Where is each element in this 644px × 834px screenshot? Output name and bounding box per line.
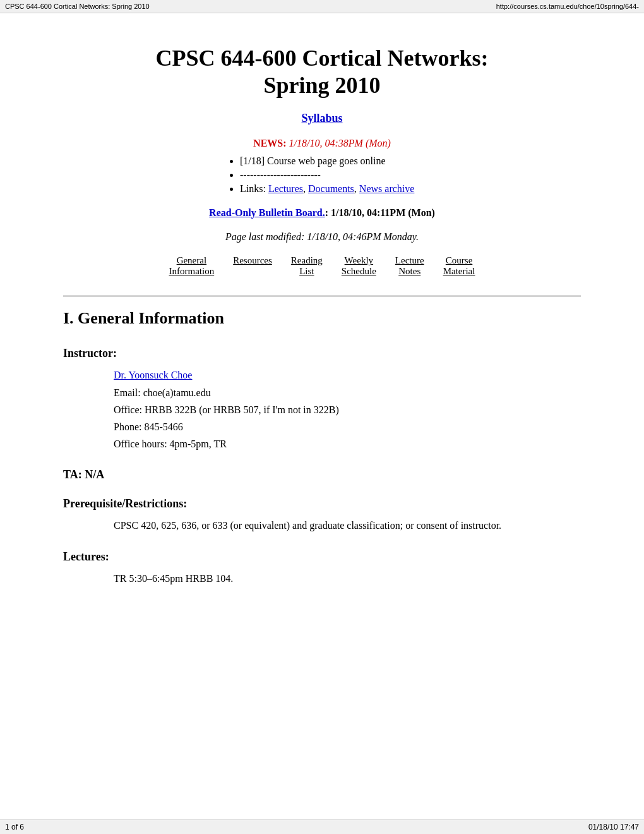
- news-list: [1/18] Course web page goes online -----…: [240, 155, 581, 195]
- instructor-info: Dr. Yoonsuck Choe Email: choe(a)tamu.edu…: [114, 366, 581, 452]
- section-i-header: I. General Information: [63, 309, 581, 328]
- news-item-3: Links: Lectures, Documents, News archive: [240, 183, 581, 195]
- page-modified: Page last modified: 1/18/10, 04:46PM Mon…: [63, 231, 581, 243]
- title-line1: CPSC 644-600 Cortical Networks:: [156, 45, 489, 71]
- instructor-name-link[interactable]: Dr. Yoonsuck Choe: [114, 370, 192, 380]
- browser-title: CPSC 644-600 Cortical Networks: Spring 2…: [5, 3, 150, 10]
- bulletin-link[interactable]: Read-Only Bulletin Board.: [209, 207, 325, 218]
- instructor-email: Email: choe(a)tamu.edu: [114, 387, 211, 398]
- nav-weekly-schedule[interactable]: WeeklySchedule: [342, 255, 376, 277]
- syllabus-section: Syllabus: [63, 112, 581, 125]
- prereq-header: Prerequisite/Restrictions:: [63, 497, 581, 511]
- footer-bar: 1 of 6 01/18/10 17:47: [0, 819, 644, 834]
- instructor-office: Office: HRBB 322B (or HRBB 507, if I'm n…: [114, 404, 339, 415]
- instructor-header: Instructor:: [63, 347, 581, 360]
- footer-timestamp: 01/18/10 17:47: [588, 823, 639, 831]
- news-section: NEWS: 1/18/10, 04:38PM (Mon): [63, 138, 581, 149]
- browser-url: http://courses.cs.tamu.edu/choe/10spring…: [496, 3, 639, 10]
- lectures-header: Lectures:: [63, 550, 581, 564]
- bulletin-time: : 1/18/10, 04:11PM (Mon): [325, 207, 435, 218]
- news-item-1: [1/18] Course web page goes online: [240, 155, 581, 167]
- prereq-info: CPSC 420, 625, 636, or 633 (or equivalen…: [114, 517, 581, 534]
- nav-reading-list[interactable]: ReadingList: [291, 255, 323, 277]
- instructor-phone: Phone: 845-5466: [114, 421, 183, 432]
- title-line2: Spring 2010: [263, 73, 380, 98]
- nav-course-material[interactable]: CourseMaterial: [443, 255, 475, 277]
- news-links-prefix: Links:: [240, 183, 268, 194]
- news-link-archive[interactable]: News archive: [359, 183, 415, 194]
- lectures-info: TR 5:30–6:45pm HRBB 104.: [114, 570, 581, 587]
- news-label: NEWS:: [253, 138, 286, 148]
- news-item-2: ------------------------: [240, 169, 581, 181]
- nav-lecture-notes[interactable]: LectureNotes: [395, 255, 424, 277]
- divider: [63, 296, 581, 296]
- page-main-title: CPSC 644-600 Cortical Networks: Spring 2…: [63, 45, 581, 99]
- syllabus-link[interactable]: Syllabus: [301, 112, 342, 124]
- browser-bar: CPSC 644-600 Cortical Networks: Spring 2…: [0, 0, 644, 13]
- news-link-lectures[interactable]: Lectures: [268, 183, 303, 194]
- bulletin-section: Read-Only Bulletin Board.: 1/18/10, 04:1…: [63, 207, 581, 219]
- news-date: 1/18/10, 04:38PM (Mon): [287, 138, 391, 148]
- footer-page-count: 1 of 6: [5, 823, 24, 831]
- news-link-documents[interactable]: Documents: [308, 183, 354, 194]
- nav-general-information[interactable]: GeneralInformation: [169, 255, 215, 277]
- ta-header: TA: N/A: [63, 468, 581, 481]
- nav-links: GeneralInformation Resources ReadingList…: [63, 255, 581, 277]
- nav-resources[interactable]: Resources: [233, 255, 272, 277]
- instructor-hours: Office hours: 4pm-5pm, TR: [114, 438, 227, 449]
